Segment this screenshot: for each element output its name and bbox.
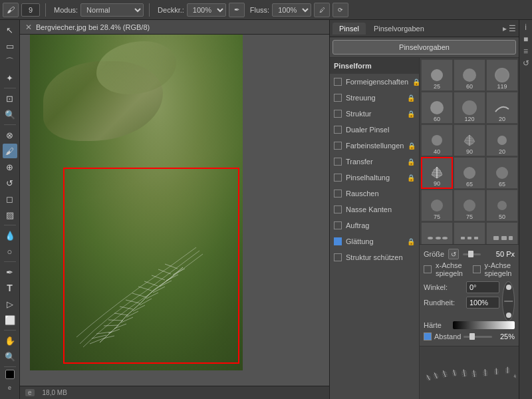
eraser-tool[interactable]: ◻ [3,192,17,206]
history-brush-icon[interactable]: 🖌 [3,3,19,17]
dodge-tool[interactable]: ○ [3,244,17,259]
info-panel-btn[interactable]: i [521,23,531,32]
color-panel-btn[interactable]: ■ [521,35,531,44]
brush-cell-11[interactable]: 90 [454,124,485,156]
brush-cell-6[interactable]: 120 [454,92,485,124]
hand-tool[interactable]: ✋ [3,333,17,348]
cb-rauschen[interactable] [334,190,342,198]
eyedropper-tool[interactable]: 🔍 [3,107,17,122]
clone-icon[interactable]: ⟳ [332,3,348,17]
shape-tool[interactable]: ⬜ [3,313,17,327]
brush-bottom-preview [420,346,519,399]
wand-tool[interactable]: ✦ [3,70,17,85]
size-slider-thumb[interactable] [468,251,473,257]
prop-glaettung[interactable]: Glättung 🔒 [330,233,419,249]
marquee-tool[interactable]: ▭ [3,39,17,53]
prop-struktur-schuetzen[interactable]: Struktur schützen [330,249,419,265]
brush-cell-1[interactable]: 60 [454,59,485,91]
prop-auftrag[interactable]: Auftrag [330,217,419,233]
cb-nasse-kanten[interactable] [334,205,342,213]
blur-tool[interactable]: 💧 [3,228,17,243]
rundheit-input[interactable] [466,297,499,309]
pinselvorgaben-button[interactable]: Pinselvorgaben [332,40,516,55]
modus-select[interactable]: Normal Multiplizieren Überlagern [80,3,144,17]
cb-y-achse[interactable] [473,265,481,273]
brush-size-input[interactable] [21,3,40,17]
cb-pinselhaltung[interactable] [334,174,342,182]
prop-streuung[interactable]: Streuung 🔒 [330,90,419,106]
size-reset-button[interactable]: ↺ [448,249,459,259]
cb-dualer-pinsel[interactable] [334,126,342,134]
prop-farbeinstellungen-label: Farbeinstellungen [346,142,404,150]
statusbar-mode: e [3,382,17,396]
prop-dualer-pinsel[interactable]: Dualer Pinsel [330,122,419,138]
cb-struktur-schuetzen[interactable] [334,253,342,261]
cb-glaettung[interactable] [334,237,342,245]
history-brush-tool[interactable]: ↺ [3,176,17,190]
brush-cell-5[interactable]: 60 [421,92,453,124]
brush-num-12: 20 [499,148,505,155]
lasso-tool[interactable]: ⌒ [3,55,17,69]
prop-struktur[interactable]: Struktur 🔒 [330,106,419,122]
cb-streuung[interactable] [334,94,342,102]
spot-heal-tool[interactable]: ⊗ [3,128,17,142]
brush-cell-10[interactable]: 40 [421,124,453,156]
brush-cell-26[interactable]: 25 [454,222,485,244]
size-slider[interactable] [463,253,481,255]
cb-farbeinstellungen[interactable] [334,142,342,150]
prop-pinselform[interactable]: Pinselform [330,58,419,74]
pen-tool[interactable]: ✒ [3,265,17,279]
abstand-slider[interactable] [464,336,492,338]
svg-line-145 [494,370,496,372]
path-select-tool[interactable]: ▷ [3,297,17,311]
brush-cell-2[interactable]: 119 [486,59,518,91]
tab-close-btn[interactable]: ✕ [25,23,32,32]
prop-formeigenschaften[interactable]: Formeigenschaften 🔒 [330,74,419,90]
brush-cell-7[interactable]: 20 [486,92,518,124]
crop-tool[interactable]: ⊡ [3,91,17,106]
foreground-color[interactable] [5,370,15,379]
brush-cell-20[interactable]: 75 [421,190,453,221]
tab-pinselvorgaben[interactable]: Pinselvorgaben [367,23,431,35]
prop-nasse-kanten[interactable]: Nasse Kanten [330,201,419,217]
brush-cell-25[interactable]: 20 [421,222,453,244]
brush-cell-12[interactable]: 20 [486,124,518,156]
status-mode-icon: e [25,389,35,396]
cb-formeigenschaften[interactable] [334,78,342,86]
deckkraft-select[interactable]: 100% 75% 50% [187,3,226,17]
gradient-tool[interactable]: ▨ [3,207,17,222]
brush-cell-16[interactable]: 65 [454,157,485,189]
brush-cell-0[interactable]: 25 [421,59,453,91]
winkel-input[interactable] [466,281,499,293]
angle-wheel[interactable] [502,281,515,321]
prop-rauschen[interactable]: Rauschen [330,186,419,201]
text-tool[interactable]: T [3,281,17,295]
brush-cell-22[interactable]: 50 [486,190,518,221]
canvas-content[interactable] [20,35,329,386]
brush-cell-27[interactable]: 85 [486,222,518,244]
fluss-select[interactable]: 100% 75% [272,3,311,17]
prop-transfer[interactable]: Transfer 🔒 [330,154,419,170]
haerte-slider[interactable] [453,321,515,329]
airbrush-icon[interactable]: ✒ [229,3,245,17]
stylus-icon[interactable]: 🖊 [314,3,330,17]
brush-cell-21[interactable]: 75 [454,190,485,221]
move-tool[interactable]: ↖ [3,23,17,37]
cb-auftrag[interactable] [334,221,342,229]
cb-transfer[interactable] [334,158,342,166]
history-panel-btn[interactable]: ↺ [521,59,531,68]
brush-tool[interactable]: 🖌 [3,144,17,158]
prop-farbeinstellungen[interactable]: Farbeinstellungen 🔒 [330,138,419,154]
panel-options-arrow[interactable]: ▸ ☰ [503,24,516,33]
prop-pinselhaltung[interactable]: Pinselhaltung 🔒 [330,170,419,186]
layers-panel-btn[interactable]: ≡ [521,47,531,56]
tab-pinsel[interactable]: Pinsel [332,23,366,35]
brush-cell-15[interactable]: 90 [421,157,453,189]
clone-stamp-tool[interactable]: ⊕ [3,160,17,174]
cb-abstand[interactable] [424,332,432,340]
abstand-slider-thumb[interactable] [469,333,475,340]
cb-struktur[interactable] [334,110,342,118]
brush-cell-17[interactable]: 65 [486,157,518,189]
zoom-tool[interactable]: 🔍 [3,349,17,364]
cb-x-achse[interactable] [424,265,432,273]
